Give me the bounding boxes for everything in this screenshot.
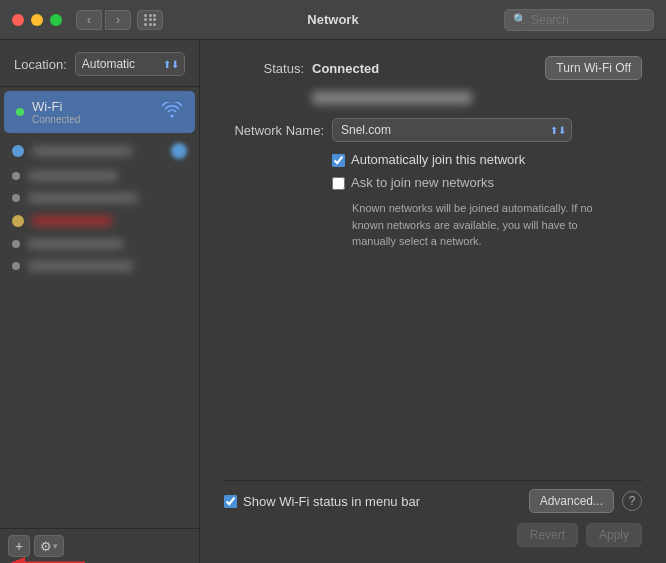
network-name-row: Network Name: Snel.com ⬆⬇: [224, 118, 642, 142]
network-dot: [12, 145, 24, 157]
apply-button[interactable]: Apply: [586, 523, 642, 547]
sidebar: Location: Automatic ⬆⬇ Wi-Fi Connected: [0, 40, 200, 563]
show-wifi-label: Show Wi-Fi status in menu bar: [243, 494, 420, 509]
titlebar: ‹ › Network 🔍: [0, 0, 666, 40]
search-box[interactable]: 🔍: [504, 9, 654, 31]
list-item[interactable]: [0, 187, 199, 209]
auto-join-checkbox[interactable]: [332, 154, 345, 167]
network-dot: [12, 172, 20, 180]
window-title: Network: [307, 12, 358, 27]
network-name-select[interactable]: Snel.com: [332, 118, 572, 142]
ip-address-blurred: [312, 92, 472, 104]
network-dot: [12, 194, 20, 202]
advanced-button[interactable]: Advanced...: [529, 489, 614, 513]
status-value: Connected: [312, 61, 379, 76]
wifi-status-dot: [16, 108, 24, 116]
network-name-blurred: [28, 239, 123, 249]
revert-button[interactable]: Revert: [517, 523, 578, 547]
help-text-block: Known networks will be joined automatica…: [352, 200, 642, 250]
traffic-lights: [12, 14, 62, 26]
network-name-select-wrapper: Snel.com ⬆⬇: [332, 118, 572, 142]
network-list: Wi-Fi Connected: [0, 87, 199, 528]
location-bar: Location: Automatic ⬆⬇: [0, 40, 199, 87]
turn-wifi-off-button[interactable]: Turn Wi-Fi Off: [545, 56, 642, 80]
wifi-signal-icon: [161, 102, 183, 122]
show-wifi-row: Show Wi-Fi status in menu bar: [224, 494, 529, 509]
list-item[interactable]: [0, 209, 199, 233]
network-dot: [12, 262, 20, 270]
network-dot: [12, 215, 24, 227]
help-text: Known networks will be joined automatica…: [352, 200, 602, 250]
network-name-blurred: [28, 171, 118, 181]
list-item[interactable]: [0, 165, 199, 187]
ask-join-checkbox[interactable]: [332, 177, 345, 190]
minimize-button[interactable]: [31, 14, 43, 26]
network-name-blurred: [28, 193, 138, 203]
red-arrow-annotation: [10, 553, 90, 563]
search-input[interactable]: [531, 13, 645, 27]
main-content: Location: Automatic ⬆⬇ Wi-Fi Connected: [0, 40, 666, 563]
status-row: Status: Connected Turn Wi-Fi Off: [224, 56, 642, 80]
close-button[interactable]: [12, 14, 24, 26]
location-select[interactable]: Automatic: [75, 52, 185, 76]
wifi-name: Wi-Fi: [32, 99, 153, 114]
location-label: Location:: [14, 57, 67, 72]
ip-row: [312, 92, 642, 104]
ask-join-label: Ask to join new networks: [351, 175, 494, 190]
list-item[interactable]: [0, 255, 199, 277]
ask-join-row: Ask to join new networks: [332, 175, 642, 190]
auto-join-label: Automatically join this network: [351, 152, 525, 167]
right-panel: Status: Connected Turn Wi-Fi Off Network…: [200, 40, 666, 563]
bottom-row: Show Wi-Fi status in menu bar Advanced..…: [224, 480, 642, 513]
wifi-info: Wi-Fi Connected: [32, 99, 153, 125]
network-name-blurred: [32, 146, 132, 156]
fullscreen-button[interactable]: [50, 14, 62, 26]
location-select-wrapper: Automatic ⬆⬇: [75, 52, 185, 76]
network-dot: [12, 240, 20, 248]
action-row: Revert Apply: [224, 513, 642, 547]
forward-button[interactable]: ›: [105, 10, 131, 30]
grid-menu-button[interactable]: [137, 10, 163, 30]
auto-join-row: Automatically join this network: [332, 152, 642, 167]
sidebar-bottom-container: + ⚙ ▾: [0, 528, 199, 563]
network-name-blurred: [28, 261, 133, 271]
wifi-status-text: Connected: [32, 114, 153, 125]
svg-marker-1: [10, 557, 25, 563]
list-item[interactable]: [0, 233, 199, 255]
network-name-blurred: [32, 216, 112, 226]
search-icon: 🔍: [513, 13, 527, 26]
status-label: Status:: [224, 61, 304, 76]
back-button[interactable]: ‹: [76, 10, 102, 30]
network-name-label: Network Name:: [224, 123, 324, 138]
list-item[interactable]: [0, 137, 199, 165]
nav-buttons: ‹ ›: [76, 10, 131, 30]
network-item-wifi[interactable]: Wi-Fi Connected: [4, 91, 195, 133]
show-wifi-checkbox[interactable]: [224, 495, 237, 508]
help-button[interactable]: ?: [622, 491, 642, 511]
chevron-down-icon: ▾: [53, 541, 58, 551]
gear-icon: ⚙: [40, 539, 52, 554]
